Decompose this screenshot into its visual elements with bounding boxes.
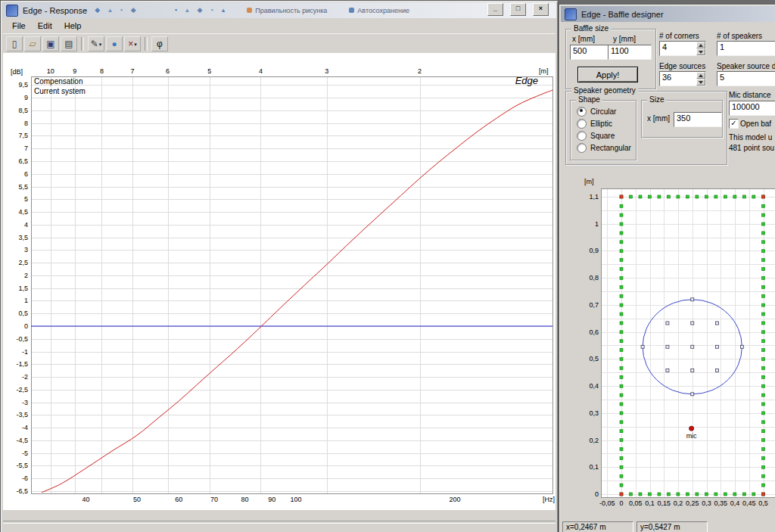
spin-up-icon[interactable] [699,44,703,47]
baffle-y-unit: [m] [584,178,594,185]
overlay-icon: ▪ [175,7,177,14]
shape-radio-elliptic[interactable]: Elliptic [577,119,636,128]
status-x: x=0,2467 m [562,521,633,532]
edge-sources-label: Edge sources [659,62,705,70]
spin-down-icon[interactable] [699,51,703,54]
radio-label: Rectangular [590,144,631,152]
svg-text:0,5: 0,5 [758,499,768,507]
dropdown-caret-icon[interactable]: ▾ [99,42,102,47]
menu-edit[interactable]: Edit [32,20,58,32]
window-buttons: _□× [487,3,549,16]
overlay-label-icon [247,8,252,13]
radio-button[interactable] [577,119,587,129]
svg-text:0,4: 0,4 [730,499,740,507]
edge-sources-value: 36 [660,72,696,86]
model-note-line1: This model u [729,133,772,142]
baffle-y-label: y [mm] [613,35,636,43]
baffle-x-label: x [mm] [572,35,595,43]
maximize-button[interactable]: □ [510,3,526,16]
overlay-icon: ▪ [120,7,123,14]
svg-text:1,1: 1,1 [589,193,599,201]
overlay-icon: ◆ [95,7,100,14]
menu-help[interactable]: Help [58,20,88,32]
titlebar-overlay: ▪◆▴▪◆▪▴◆▪▴Правильность рисункаАвтосохран… [84,2,409,18]
spin-up-icon[interactable] [699,74,703,77]
svg-text:0,3: 0,3 [589,409,599,417]
overlay-icon: ▪ [84,7,86,14]
toolbar-separator [145,37,148,51]
designer-titlebar[interactable]: Edge - Baffle designer [561,6,775,22]
menu-file[interactable]: File [6,20,32,32]
overlay-label-icon [349,8,354,13]
response-window: Edge - Response ▪◆▴▪◆▪▴◆▪▴Правильность р… [0,0,559,532]
render-icon[interactable]: ● [106,36,123,51]
desktop: Edge - Response ▪◆▴▪◆▪▴◆▪▴Правильность р… [0,0,775,532]
radio-button[interactable] [577,131,587,141]
shape-radio-rectangular[interactable]: Rectangular [577,143,636,152]
svg-text:0,05: 0,05 [629,499,643,507]
speaker-size-input[interactable]: 350 [674,112,722,127]
svg-text:0,1: 0,1 [589,463,599,471]
svg-text:0,9: 0,9 [589,247,599,254]
mic-distance-input[interactable]: 100000 [729,101,775,116]
baffle-x-labels: -0,0500,050,10,150,20,250,30,350,40,450,… [599,499,768,507]
baffle-width-input[interactable]: 500 [570,45,609,60]
overlay-label: Правильность рисунка [247,7,327,14]
radio-button[interactable] [577,143,587,153]
overlay-icon: ▴ [108,7,112,14]
size-x-label: x [mm] [647,114,670,123]
svg-text:0,25: 0,25 [686,499,699,507]
response-titlebar[interactable]: Edge - Response ▪◆▴▪◆▪▴◆▪▴Правильность р… [2,2,556,18]
close-button[interactable]: × [533,3,549,16]
corners-spinner[interactable]: 4 [659,41,706,56]
delete-icon[interactable]: ×▾ [124,36,141,51]
spinner-arrows[interactable] [696,72,705,86]
app-icon [565,8,577,20]
dropdown-caret-icon[interactable]: ▾ [134,42,137,47]
mic-marker[interactable] [689,426,694,431]
open-baffle-checkbox[interactable]: ✓ [729,119,739,129]
source-density-label: Speaker source de [717,62,775,70]
new-icon[interactable]: ▯ [6,36,23,51]
svg-text:0,6: 0,6 [589,328,599,336]
mic-distance-label: Mic distance [729,91,771,99]
svg-text:0,3: 0,3 [702,499,711,507]
save-icon: ▣ [46,39,54,48]
mic-label: mic [686,432,697,440]
overlay-label: Автосохранение [349,7,409,14]
spin-down-icon[interactable] [699,81,703,84]
radio-label: Square [590,132,615,140]
speakers-label: # of speakers [717,32,762,40]
minimize-button[interactable]: _ [487,3,503,16]
copy-icon[interactable]: ▤ [61,36,77,51]
open-icon[interactable]: ▱ [24,36,41,51]
corners-value: 4 [660,42,696,55]
new-icon: ▯ [12,39,17,48]
shape-group: Shape CircularEllipticSquareRectangular [570,100,636,160]
radio-button[interactable] [577,107,587,117]
spinner-arrows[interactable] [696,42,705,55]
shape-caption: Shape [576,95,602,104]
overlay-icon: ◆ [131,7,136,14]
baffle-y-labels: 1,110,90,80,70,60,50,40,30,20,10 [589,193,599,498]
bottom-divider [3,521,556,524]
apply-button[interactable]: Apply! [577,67,638,82]
baffle-height-input[interactable]: 1100 [608,45,652,60]
svg-text:1: 1 [595,220,599,228]
status-bar: x=0,2467 m y=0,5427 m [561,521,775,532]
baffle-plot-area[interactable] [601,188,775,497]
svg-text:0: 0 [595,490,599,498]
phi-icon: φ [157,39,163,48]
speakers-input[interactable]: 1 [717,41,775,56]
source-density-input[interactable]: 5 [717,71,775,86]
overlay-icon: ▴ [185,7,189,14]
svg-text:0,15: 0,15 [657,499,671,507]
shape-radio-circular[interactable]: Circular [577,107,636,116]
phi-icon[interactable]: φ [151,36,168,51]
pencil-icon[interactable]: ✎▾ [88,36,104,51]
shape-radio-square[interactable]: Square [577,131,636,140]
edge-sources-spinner[interactable]: 36 [659,71,706,86]
save-icon[interactable]: ▣ [42,36,59,51]
svg-text:0,35: 0,35 [714,499,727,507]
svg-text:0,45: 0,45 [742,499,756,507]
